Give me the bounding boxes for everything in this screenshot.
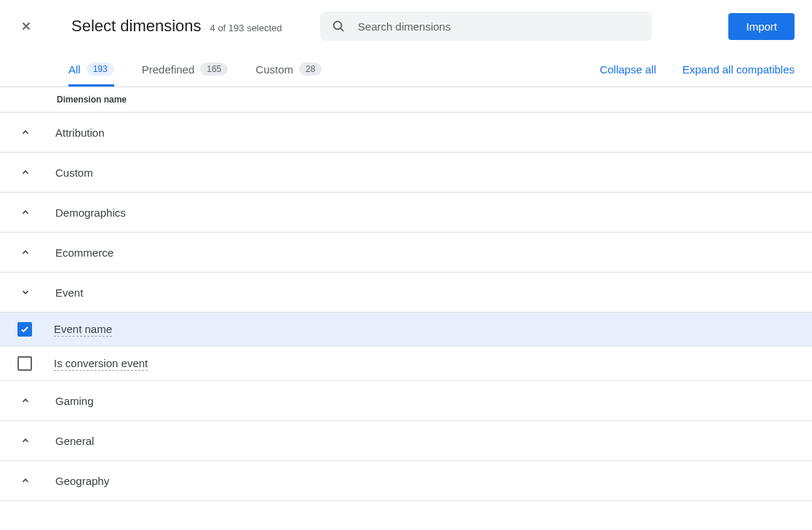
chevron-up-icon bbox=[17, 433, 33, 449]
group-label: Custom bbox=[55, 166, 93, 179]
tab-badge: 165 bbox=[200, 63, 228, 76]
group-custom[interactable]: Custom bbox=[0, 153, 812, 193]
dimension-label: Event name bbox=[54, 323, 112, 337]
close-icon bbox=[20, 20, 33, 33]
tab-label: Predefined bbox=[142, 63, 195, 76]
check-icon bbox=[20, 324, 30, 334]
group-label: Gaming bbox=[55, 395, 94, 407]
chevron-up-icon bbox=[17, 244, 33, 260]
group-general[interactable]: General bbox=[0, 421, 812, 461]
tabs-left: All 193 Predefined 165 Custom 28 bbox=[68, 52, 322, 87]
checkbox-checked[interactable] bbox=[17, 322, 32, 337]
tabs-right: Collapse all Expand all compatibles bbox=[600, 53, 795, 86]
group-label: Event bbox=[55, 286, 83, 299]
chevron-down-icon bbox=[17, 284, 33, 300]
group-label: Ecommerce bbox=[55, 246, 114, 259]
chevron-up-icon bbox=[17, 473, 33, 489]
close-button[interactable] bbox=[17, 17, 35, 35]
tabs-row: All 193 Predefined 165 Custom 28 Collaps… bbox=[0, 52, 812, 87]
search-box[interactable] bbox=[320, 12, 652, 41]
import-button[interactable]: Import bbox=[728, 13, 795, 40]
header-row: Select dimensions 4 of 193 selected Impo… bbox=[0, 0, 812, 52]
expand-all-button[interactable]: Expand all compatibles bbox=[682, 53, 795, 86]
tab-predefined[interactable]: Predefined 165 bbox=[142, 52, 228, 87]
search-input[interactable] bbox=[358, 20, 640, 33]
collapse-all-button[interactable]: Collapse all bbox=[600, 53, 656, 86]
tab-all[interactable]: All 193 bbox=[68, 52, 114, 87]
dimension-list: Attribution Custom Demographics Ecommerc… bbox=[0, 113, 812, 501]
group-event[interactable]: Event bbox=[0, 273, 812, 313]
search-icon bbox=[332, 19, 345, 33]
svg-point-0 bbox=[333, 22, 341, 30]
chevron-up-icon bbox=[17, 124, 33, 140]
tab-badge: 193 bbox=[87, 63, 114, 76]
group-attribution[interactable]: Attribution bbox=[0, 113, 812, 153]
chevron-up-icon bbox=[17, 393, 33, 409]
group-label: Demographics bbox=[55, 206, 126, 219]
dimension-item[interactable]: Is conversion event bbox=[0, 347, 812, 381]
group-label: Geography bbox=[55, 475, 109, 487]
tab-custom[interactable]: Custom 28 bbox=[255, 52, 322, 87]
group-geography[interactable]: Geography bbox=[0, 461, 812, 501]
group-ecommerce[interactable]: Ecommerce bbox=[0, 233, 812, 273]
group-label: Attribution bbox=[55, 127, 105, 139]
group-demographics[interactable]: Demographics bbox=[0, 193, 812, 233]
tab-label: All bbox=[68, 63, 81, 76]
dimension-item[interactable]: Event name bbox=[0, 313, 812, 347]
group-gaming[interactable]: Gaming bbox=[0, 381, 812, 421]
chevron-up-icon bbox=[17, 164, 33, 180]
chevron-up-icon bbox=[17, 204, 33, 220]
dimension-label: Is conversion event bbox=[54, 357, 148, 371]
group-label: General bbox=[55, 435, 94, 447]
checkbox-unchecked[interactable] bbox=[17, 356, 32, 371]
column-header: Dimension name bbox=[0, 87, 812, 113]
selection-count: 4 of 193 selected bbox=[210, 23, 282, 33]
tab-badge: 28 bbox=[299, 63, 322, 76]
tab-label: Custom bbox=[255, 63, 293, 76]
title-block: Select dimensions 4 of 193 selected bbox=[71, 17, 282, 36]
dialog-title: Select dimensions bbox=[71, 17, 202, 36]
